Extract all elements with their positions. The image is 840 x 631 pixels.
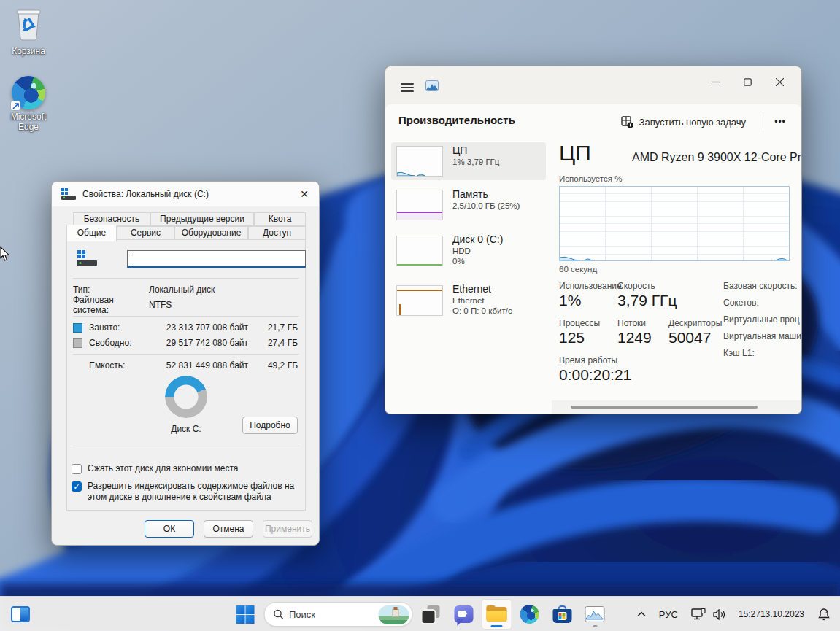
stat-uptime-label: Время работы [559,355,617,365]
file-explorer-button[interactable] [482,600,511,629]
sidebar-item-ethernet[interactable]: Ethernet Ethernet О: 0 П: 0 кбит/с [391,279,546,325]
capacity-bytes: 52 831 449 088 байт [166,360,248,371]
stat-speed-value: 3,79 ГГц [617,292,677,309]
windows-logo-icon [236,605,255,624]
details-button[interactable]: Подробно [242,417,298,434]
sidebar-cpu-sub: 1% 3,79 ГГц [452,158,499,166]
sidebar-item-cpu[interactable]: ЦП 1% 3,79 ГГц [391,142,546,180]
type-value: Локальный диск [149,284,215,295]
tab-sharing[interactable]: Доступ [248,226,306,240]
widgets-icon [11,606,30,622]
chevron-up-icon [637,611,646,617]
notification-bell-button[interactable]: z [812,600,836,629]
sidebar-item-memory[interactable]: Память 2,5/10,0 ГБ (25%) [391,186,546,224]
sidebar-disk-title: Диск 0 (C:) [452,233,503,245]
search-input[interactable] [289,609,369,620]
edge-icon [12,76,45,109]
sidebar-ethernet-title: Ethernet [452,283,512,295]
tray-time: 15:27 [739,609,760,620]
tab-previous-versions[interactable]: Предыдущие версии [150,212,254,226]
shortcut-arrow-icon [10,101,20,111]
stat-base-speed-label: Базовая скорость: [723,281,801,291]
language-indicator[interactable]: РУС [654,600,683,629]
index-checkbox[interactable]: ✓ [72,481,82,492]
close-button[interactable] [763,71,795,93]
cpu-details-pane: ЦП AMD Ryzen 9 3900X 12-Core Proc Исполь… [552,136,801,414]
close-icon[interactable]: ✕ [297,187,312,201]
clock[interactable]: 15:27 13.10.2023 [733,600,809,629]
tab-tools[interactable]: Сервис [117,226,174,240]
task-manager-app-icon [425,80,439,91]
sidebar-disk-sub2: 0% [452,257,503,266]
general-tab-pane: Тип: Локальный диск Файловая система: NT… [66,239,306,511]
minimize-button[interactable] [699,71,731,93]
maximize-button[interactable] [731,71,763,93]
free-color-swatch [73,338,82,348]
store-button[interactable] [547,600,577,629]
task-manager-button[interactable] [580,600,609,629]
stat-uptime-value: 0:00:20:21 [559,366,631,384]
type-label: Тип: [73,284,149,295]
edge-shortcut[interactable]: MicrosoftEdge [0,76,57,132]
task-manager-content: Производительность Запустить новую задач… [385,104,801,414]
separator [73,316,299,317]
chat-button[interactable] [449,600,478,629]
stat-speed-label: Скорость [617,281,655,291]
dialog-title: Свойства: Локальный диск (C:) [82,189,209,199]
stat-usage-value: 1% [559,292,581,309]
sidebar-item-disk[interactable]: Диск 0 (C:) HDD 0% [391,230,546,275]
widgets-button[interactable] [6,600,35,629]
ok-button[interactable]: ОК [145,520,194,538]
volume-label-input[interactable] [127,250,306,268]
sidebar-memory-title: Память [452,188,520,200]
page-title: Производительность [398,114,515,126]
network-volume-button[interactable] [686,600,731,629]
task-manager-titlebar [385,66,801,104]
ethernet-mini-chart [396,285,443,316]
stat-l1-cache-label: Кэш L1: [723,348,801,358]
stat-processes-value: 125 [559,329,585,347]
store-icon [552,605,571,623]
stat-virtual-machine-label: Виртуальная маши [723,331,801,341]
cpu-mini-chart [396,146,443,177]
compress-checkbox[interactable] [72,464,82,474]
tab-general[interactable]: Общие [66,225,117,241]
hamburger-menu-icon[interactable] [397,80,417,93]
sidebar-disk-sub1: HDD [452,247,503,255]
taskbar: РУС 15:27 13.10.2023 [0,596,840,631]
run-new-task-button[interactable]: Запустить новую задачу [614,110,753,133]
more-options-button[interactable]: ••• [766,110,794,133]
start-button[interactable] [231,600,260,629]
header-divider [763,112,763,132]
file-explorer-icon [486,605,506,623]
stat-processes-label: Процессы [559,318,600,328]
stat-sockets-label: Сокетов: [723,298,801,308]
cpu-model: AMD Ryzen 9 3900X 12-Core Proc [632,151,801,164]
search-icon [273,609,283,619]
free-bytes: 29 517 742 080 байт [166,338,248,348]
cpu-chart-x-label: 60 секунд [559,265,597,274]
edge-button[interactable] [515,600,544,629]
sidebar-memory-sub: 2,5/10,0 ГБ (25%) [452,201,520,210]
compress-checkbox-label: Сжать этот диск для экономии места [88,463,238,474]
cancel-button[interactable]: Отмена [204,520,253,538]
bell-dnd-icon: z [817,608,831,621]
horizontal-scrollbar [552,400,801,414]
sidebar-cpu-title: ЦП [452,144,499,156]
recycle-bin-shortcut[interactable]: Корзина [0,7,57,56]
free-label: Свободно: [89,338,132,348]
new-task-icon [621,116,633,128]
drive-icon [61,187,77,201]
task-view-button[interactable] [416,600,445,629]
tray-date: 13.10.2023 [760,609,804,620]
search-daily-image [378,605,409,624]
used-color-swatch [73,323,82,333]
tab-quota[interactable]: Квота [254,212,306,226]
separator [73,354,299,355]
search-box[interactable] [263,602,412,627]
tray-chevron-button[interactable] [632,600,651,629]
scrollbar-thumb[interactable] [571,406,758,409]
tab-hardware[interactable]: Оборудование [174,226,248,240]
index-checkbox-label: Разрешить индексировать содержимое файло… [88,481,296,503]
apply-button[interactable]: Применить [263,520,312,538]
